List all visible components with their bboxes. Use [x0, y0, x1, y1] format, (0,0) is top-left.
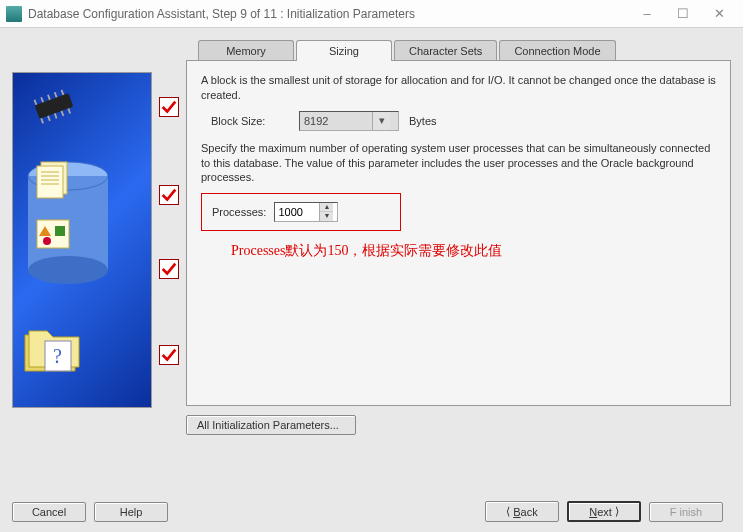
block-size-value — [300, 113, 372, 129]
annotation-text: Processes默认为150，根据实际需要修改此值 — [231, 241, 611, 261]
tab-bar: Memory Sizing Character Sets Connection … — [186, 40, 731, 61]
block-size-combo[interactable]: ▾ — [299, 111, 399, 131]
svg-line-8 — [55, 113, 57, 118]
step-check-icon — [159, 97, 179, 117]
tab-character-sets[interactable]: Character Sets — [394, 40, 497, 61]
folder-question-icon: ? — [21, 321, 91, 381]
svg-line-2 — [41, 97, 43, 102]
processes-description: Specify the maximum number of operating … — [201, 141, 716, 186]
close-button[interactable]: ✕ — [701, 2, 737, 26]
cancel-button[interactable]: Cancel — [12, 502, 86, 522]
svg-point-13 — [28, 256, 108, 284]
wizard-sidebar: ? — [12, 40, 172, 435]
svg-rect-23 — [55, 226, 65, 236]
svg-line-9 — [62, 111, 64, 116]
minimize-button[interactable]: – — [629, 2, 665, 26]
all-init-params-button[interactable]: All Initialization Parameters... — [186, 415, 356, 435]
svg-point-24 — [43, 237, 51, 245]
processes-input[interactable] — [275, 204, 319, 220]
svg-text:?: ? — [53, 345, 62, 367]
step-check-icon — [159, 345, 179, 365]
title-bar: Database Configuration Assistant, Step 9… — [0, 0, 743, 28]
sizing-panel: A block is the smallest unit of storage … — [186, 60, 731, 406]
maximize-button[interactable]: ☐ — [665, 2, 701, 26]
svg-line-1 — [34, 100, 36, 105]
svg-line-10 — [68, 108, 70, 113]
next-label: ext — [597, 506, 612, 518]
back-label: ack — [521, 506, 538, 518]
chevron-down-icon: ▾ — [372, 112, 390, 130]
block-size-label: Block Size: — [211, 115, 289, 127]
svg-rect-16 — [37, 166, 63, 198]
processes-spinner[interactable]: ▲ ▼ — [274, 202, 338, 222]
tab-memory[interactable]: Memory — [198, 40, 294, 61]
svg-rect-0 — [35, 93, 74, 119]
tab-connection-mode[interactable]: Connection Mode — [499, 40, 615, 61]
back-button[interactable]: ⟨ Back — [485, 501, 559, 522]
database-icon — [23, 158, 113, 288]
help-button[interactable]: Help — [94, 502, 168, 522]
finish-button[interactable]: Finish — [649, 502, 723, 522]
spinner-up-icon[interactable]: ▲ — [320, 203, 333, 212]
app-icon — [6, 6, 22, 22]
finish-label: inish — [680, 506, 703, 518]
content-area: Memory Sizing Character Sets Connection … — [186, 40, 731, 435]
wizard-preview-image: ? — [12, 72, 152, 408]
chip-icon — [27, 85, 81, 127]
nav-bar: Cancel Help ⟨ Back Next ⟩ Finish — [12, 501, 731, 522]
chevron-right-icon: ⟩ — [615, 505, 619, 518]
window-title: Database Configuration Assistant, Step 9… — [28, 7, 415, 21]
next-button[interactable]: Next ⟩ — [567, 501, 641, 522]
block-description: A block is the smallest unit of storage … — [201, 73, 716, 103]
tab-sizing[interactable]: Sizing — [296, 40, 392, 61]
block-size-unit: Bytes — [409, 115, 437, 127]
chevron-left-icon: ⟨ — [506, 505, 510, 518]
svg-line-5 — [62, 90, 64, 95]
processes-label: Processes: — [212, 206, 266, 218]
step-check-icon — [159, 185, 179, 205]
step-check-icon — [159, 259, 179, 279]
svg-line-6 — [41, 118, 43, 123]
spinner-down-icon[interactable]: ▼ — [320, 212, 333, 221]
svg-line-7 — [48, 116, 50, 121]
svg-line-4 — [55, 92, 57, 97]
processes-highlight: Processes: ▲ ▼ — [201, 193, 401, 231]
svg-line-3 — [48, 95, 50, 100]
